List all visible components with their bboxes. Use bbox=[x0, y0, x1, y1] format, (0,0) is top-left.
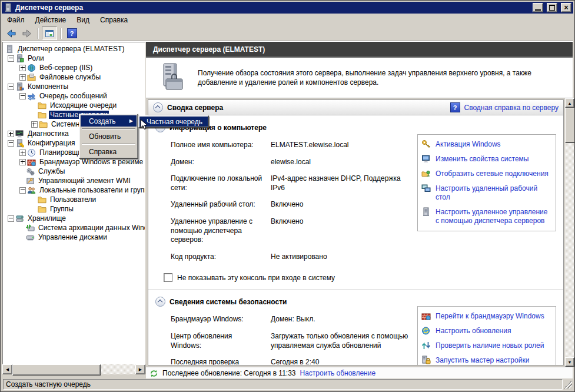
tree-item-label: Очередь сообщений bbox=[38, 92, 108, 100]
info-value: Не активировано bbox=[271, 253, 413, 262]
scroll-up-icon[interactable]: ▲ bbox=[565, 98, 574, 108]
tree-item-storage[interactable]: Хранилище bbox=[3, 214, 145, 223]
minimize-button[interactable] bbox=[533, 3, 543, 12]
collapse-expander-icon[interactable] bbox=[8, 55, 14, 62]
scrollbar-track[interactable] bbox=[565, 108, 574, 357]
scrollbar-thumb[interactable] bbox=[12, 364, 101, 376]
expand-expander-icon[interactable] bbox=[19, 159, 26, 165]
tree-item-windows-backup[interactable]: Система архивации данных Windows Server bbox=[3, 223, 145, 232]
tree-item-label: Диагностика bbox=[26, 129, 70, 138]
scrollbar-thumb[interactable] bbox=[565, 108, 575, 143]
tree-horizontal-scrollbar[interactable]: ◀ ▶ bbox=[2, 364, 145, 374]
tree-item-label: Управляющий элемент WMI bbox=[37, 177, 132, 185]
tree-item-label: Управление дисками bbox=[37, 233, 108, 241]
remote-desktop-link[interactable]: Настроить удаленный рабочий стол bbox=[436, 184, 552, 202]
last-refresh-text: Последнее обновление: Сегодня в 11:33 bbox=[162, 369, 296, 377]
tree-item-web-server-iis[interactable]: Веб-сервер (IIS) bbox=[3, 63, 145, 72]
menu-file[interactable]: Файл bbox=[2, 14, 30, 26]
security-info-title: Сведения системы безопасности bbox=[169, 298, 287, 306]
console-tree-button[interactable] bbox=[42, 26, 57, 40]
menu-action[interactable]: Действие bbox=[30, 14, 72, 26]
tree-item-label: Группы bbox=[49, 205, 75, 213]
remote-management-link[interactable]: Настроить удаленное управление с помощью… bbox=[436, 208, 552, 225]
configure-updates-link[interactable]: Настроить обновления bbox=[436, 327, 511, 335]
security-wizard-icon bbox=[421, 356, 431, 365]
storage-icon bbox=[15, 214, 24, 223]
computer-info-links: Активация Windows Изменить свойства сист… bbox=[417, 134, 556, 231]
activate-windows-link[interactable]: Активация Windows bbox=[436, 140, 501, 149]
goto-firewall-link[interactable]: Перейти к брандмауэру Windows bbox=[436, 312, 544, 321]
check-new-roles-link[interactable]: Проверить наличие новых ролей bbox=[436, 341, 544, 350]
hide-console-checkbox[interactable] bbox=[164, 273, 172, 282]
tree-item-label: Исходящие очереди bbox=[49, 101, 118, 109]
context-menu-help[interactable]: Справка bbox=[81, 146, 137, 157]
submenu-private-queue[interactable]: Частная очередь bbox=[139, 117, 208, 127]
tree-item-groups[interactable]: Группы bbox=[3, 204, 145, 214]
tree-item-users[interactable]: Пользователи bbox=[3, 195, 145, 204]
content-vertical-scrollbar[interactable]: ▲ ▼ bbox=[565, 98, 574, 367]
info-row: Последняя проверка наличия обновлений:Се… bbox=[171, 358, 413, 366]
context-menu: Создать ▶ Обновить Справка bbox=[79, 114, 138, 159]
scroll-right-icon[interactable]: ▶ bbox=[135, 364, 145, 374]
message-queuing-icon bbox=[27, 92, 36, 101]
context-menu-new[interactable]: Создать ▶ bbox=[81, 115, 137, 127]
help-button[interactable]: ? bbox=[65, 27, 79, 39]
context-menu-refresh[interactable]: Обновить bbox=[81, 131, 137, 142]
expand-expander-icon[interactable] bbox=[19, 65, 26, 71]
back-button[interactable] bbox=[4, 27, 18, 39]
tree-item-roles[interactable]: Роли bbox=[3, 54, 145, 63]
system-properties-link[interactable]: Изменить свойства системы bbox=[436, 155, 529, 164]
expand-expander-icon[interactable] bbox=[19, 150, 26, 156]
users-icon bbox=[27, 186, 36, 195]
close-button[interactable] bbox=[561, 3, 571, 12]
info-row: Брандмауэр Windows:Домен: Выкл. bbox=[171, 315, 413, 324]
configure-refresh-link[interactable]: Настроить обновление bbox=[300, 369, 376, 377]
collapse-expander-icon[interactable] bbox=[8, 84, 14, 90]
tree-item-server-manager-root[interactable]: Диспетчер сервера (ELMATEST) bbox=[3, 44, 145, 54]
maximize-button[interactable] bbox=[547, 3, 557, 12]
collapse-expander-icon[interactable] bbox=[19, 93, 26, 99]
collapse-chevron-icon[interactable] bbox=[155, 297, 165, 307]
tree-item-disk-management[interactable]: Управление дисками bbox=[3, 232, 145, 242]
menu-help[interactable]: Справка bbox=[95, 14, 133, 26]
expand-expander-icon[interactable] bbox=[31, 121, 38, 128]
scroll-down-icon[interactable]: ▼ bbox=[565, 357, 574, 367]
task-scheduler-icon bbox=[27, 148, 36, 157]
info-value: ELMATEST.elewise.local bbox=[271, 141, 413, 150]
collapse-expander-icon[interactable] bbox=[8, 140, 14, 147]
forward-button[interactable] bbox=[20, 27, 34, 39]
tree-item-outgoing-queues[interactable]: Исходящие очереди bbox=[3, 101, 145, 110]
tree-item-local-users-groups[interactable]: Локальные пользователи и группы bbox=[3, 185, 145, 195]
link-item: Проверить наличие новых ролей bbox=[421, 341, 552, 350]
tree-item-label: Файловые службы bbox=[38, 73, 102, 81]
tree-item-message-queuing[interactable]: Очередь сообщений bbox=[3, 91, 145, 101]
collapse-expander-icon[interactable] bbox=[8, 215, 14, 222]
tree-item-services[interactable]: Службы bbox=[3, 167, 145, 176]
info-row: Удаленное управление с помощью диспетчер… bbox=[171, 217, 413, 245]
tree-item-features[interactable]: Компоненты bbox=[3, 82, 145, 91]
tree-item-wmi-control[interactable]: Управляющий элемент WMI bbox=[3, 176, 145, 185]
collapse-chevron-icon[interactable] bbox=[153, 102, 163, 112]
expand-expander-icon[interactable] bbox=[8, 131, 14, 137]
security-wizard-link[interactable]: Запустить мастер настройки безопасности bbox=[436, 356, 552, 366]
network-connections-link[interactable]: Отобразить сетевые подключения bbox=[436, 170, 549, 178]
toolbar-separator bbox=[38, 28, 38, 39]
tree-item-label: Конфигурация bbox=[26, 139, 77, 147]
expand-expander-icon[interactable] bbox=[19, 74, 26, 81]
status-text: Создать частную очередь bbox=[6, 380, 91, 388]
info-label: Брандмауэр Windows: bbox=[171, 315, 271, 324]
key-icon bbox=[421, 139, 431, 149]
server-summary-help-link[interactable]: Сводная справка по серверу bbox=[464, 104, 559, 112]
info-row: Код продукта:Не активировано bbox=[171, 253, 413, 262]
scroll-left-icon[interactable]: ◀ bbox=[2, 364, 12, 374]
tree-item-file-services[interactable]: Файловые службы bbox=[3, 72, 145, 82]
forward-icon bbox=[22, 29, 32, 38]
resize-grip[interactable] bbox=[564, 380, 572, 388]
menu-item-label: Создать bbox=[89, 117, 116, 125]
link-item: Перейти к брандмауэру Windows bbox=[421, 312, 552, 321]
collapse-expander-icon[interactable] bbox=[19, 187, 26, 194]
menu-view[interactable]: Вид bbox=[71, 14, 95, 26]
scrollbar-track[interactable] bbox=[101, 364, 135, 374]
tree-item-label: Локальные пользователи и группы bbox=[38, 186, 145, 194]
features-icon bbox=[15, 82, 24, 91]
